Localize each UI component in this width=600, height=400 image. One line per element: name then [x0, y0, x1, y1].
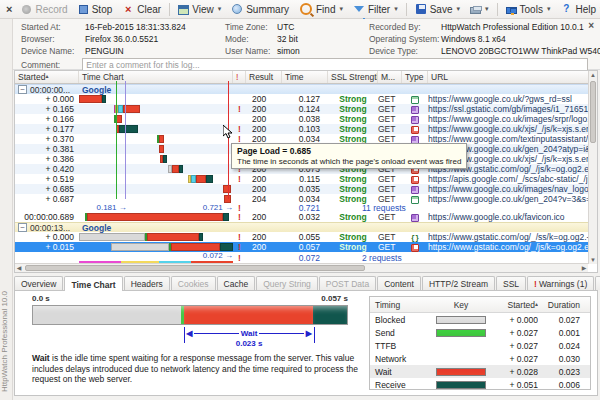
column-header-time-chart[interactable]: Time Chart [79, 71, 233, 83]
script-icon [411, 126, 419, 134]
save-icon [416, 4, 426, 14]
wait-segment [223, 185, 230, 193]
image-icon [411, 106, 419, 114]
request-row[interactable]: + 0.000!2000.055StrongGET{}https://www.g… [15, 232, 588, 242]
info-field-value: LENOVO 20BGCTO1WW ThinkPad W540 Intel [441, 46, 600, 56]
timing-row: Receive+ 0.0510.006 [370, 378, 590, 390]
filter-button[interactable]: Filter▾ [348, 3, 403, 16]
tab-query-string[interactable]: Query String [256, 276, 318, 290]
tab-label: Cookies [178, 279, 209, 289]
timing-name: Blocked [370, 315, 432, 325]
group-page-name: Google [82, 223, 111, 233]
tab-label: Query String [263, 279, 311, 289]
info-close-icon[interactable]: × [588, 20, 594, 31]
app-sidebar-tab[interactable]: HttpWatch Professional 10.0 [0, 19, 13, 400]
tab-post-data[interactable]: POST Data [319, 276, 376, 290]
tab-comment[interactable]: Comment [595, 276, 600, 290]
print-icon [470, 7, 481, 14]
clear-button[interactable]: ×Clear [117, 2, 166, 16]
tab-http-2-stream[interactable]: HTTP/2 Stream [422, 276, 495, 290]
timing-name: Network [370, 354, 432, 364]
print-button[interactable]: ▾ [465, 3, 494, 15]
tab-label: Cache [224, 279, 249, 289]
request-row[interactable]: + 0.015!2000.057StrongGEThttps://www.gst… [15, 242, 588, 252]
stop-button[interactable]: Stop [73, 3, 118, 16]
request-row[interactable]: + 0.177!2000.103StrongGEThttps://www.goo… [15, 124, 588, 134]
tab-content[interactable]: Content [377, 276, 421, 290]
scroll-up-icon[interactable]: ▲ [589, 71, 597, 79]
column-header-result[interactable]: Result [246, 71, 282, 83]
page-icon [411, 96, 419, 104]
request-row[interactable]: + 0.1662000.038StrongGEThttps://www.goog… [15, 114, 588, 124]
receive-segment [199, 233, 203, 241]
column-header-started[interactable]: Started▴ [15, 71, 79, 83]
toolbar-close-button[interactable]: × [2, 3, 16, 15]
timing-column-header-duration: Duration [538, 300, 586, 310]
stop-label: Stop [92, 4, 113, 15]
help-label: Help [575, 4, 596, 15]
horizontal-scrollbar[interactable]: ◀ ▶ [15, 263, 588, 272]
save-label: Save [430, 4, 453, 15]
toolbar-separator [169, 3, 170, 16]
scroll-down-icon[interactable]: ▼ [589, 256, 597, 264]
wait-segment [79, 95, 102, 103]
collapse-icon[interactable]: – [18, 85, 27, 94]
chevron-down-icon: ▾ [485, 5, 489, 13]
page-group-header[interactable]: –00:00:13...Google [15, 222, 588, 232]
view-button[interactable]: View▾ [173, 3, 226, 16]
request-row[interactable]: + 0.519!2000.115StrongGEThttps://apis.go… [15, 174, 588, 184]
record-button: Record [16, 3, 72, 16]
request-row[interactable]: + 0.6852000.035StrongGEThttps://www.goog… [15, 184, 588, 194]
vertical-scrollbar[interactable]: ▲ ▼ [588, 71, 597, 264]
warning-icon: ! [534, 279, 537, 289]
tab-cache[interactable]: Cache [217, 276, 256, 290]
tab-overview[interactable]: Overview [14, 276, 63, 290]
wait-segment [159, 135, 164, 143]
column-header-time[interactable]: Time [282, 71, 328, 83]
receive-segment [206, 175, 212, 183]
tab-ssl[interactable]: SSL [496, 276, 526, 290]
clear-label: Clear [137, 4, 161, 15]
timing-key [432, 329, 490, 337]
tab-label: SSL [503, 279, 519, 289]
column-header-method[interactable]: M... [378, 71, 402, 83]
column-header-url[interactable]: URL [428, 71, 590, 83]
column-header-type[interactable]: Type [402, 71, 428, 83]
save-button[interactable]: Save▾ [410, 2, 465, 16]
page-group-header[interactable]: –00:00:00...Google [15, 84, 588, 94]
wait-segment [116, 115, 122, 123]
request-time-bar [32, 305, 348, 325]
request-row[interactable]: 00:00:00.689!2000.032StrongGEThttps://ww… [15, 212, 588, 222]
tab-headers[interactable]: Headers [124, 276, 170, 290]
scroll-left-icon[interactable]: ◀ [15, 264, 23, 272]
tab-cookies[interactable]: Cookies [171, 276, 216, 290]
info-column: Recorded By:HttpWatch Professional Editi… [369, 21, 600, 57]
clear-icon: × [122, 3, 134, 15]
info-field: User Name:simon [225, 45, 300, 57]
request-count: 2 requests [328, 253, 402, 263]
wait-segment [224, 195, 231, 203]
info-field-label: Device Type: [369, 46, 441, 56]
request-row[interactable]: + 0.0002000.127StrongGEThttps://www.goog… [15, 94, 588, 104]
scroll-right-icon[interactable]: ▶ [580, 264, 588, 272]
tab-time-chart[interactable]: Time Chart [64, 276, 122, 291]
request-row[interactable]: + 0.165!2000.124StrongGEThttps://ssl.gst… [15, 104, 588, 114]
requests-grid: Started▴Time Chart!ResultTimeSSL Strengt… [14, 70, 598, 273]
column-header-warning[interactable]: ! [233, 71, 246, 83]
tab-warnings-1-[interactable]: !Warnings (1) [527, 276, 594, 290]
timing-column-header-started[interactable]: Started▴ [490, 300, 538, 310]
timing-started: + 0.000 [490, 315, 538, 325]
timing-row: Send+ 0.0270.001 [370, 326, 590, 339]
tools-button[interactable]: Tools▾ [501, 3, 556, 16]
receive-segment [179, 165, 183, 173]
receive-segment [220, 243, 233, 251]
summary-button[interactable]: Summary [226, 2, 294, 16]
wait-segment [123, 105, 140, 113]
column-header-ssl-strength[interactable]: SSL Strength [328, 71, 378, 83]
collapse-icon[interactable]: – [18, 223, 27, 232]
timing-started: + 0.028 [490, 367, 538, 377]
script-icon [411, 244, 419, 252]
tab-label: Time Chart [71, 280, 115, 290]
find-button[interactable]: Find▾ [294, 1, 348, 17]
help-button[interactable]: ?Help▾ [555, 2, 600, 16]
